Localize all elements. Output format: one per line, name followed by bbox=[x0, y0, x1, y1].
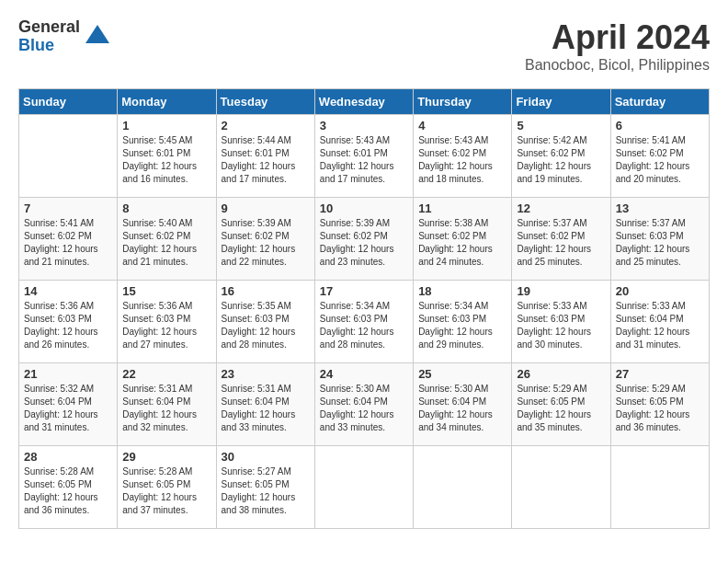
calendar-day-cell: 10Sunrise: 5:39 AMSunset: 6:02 PMDayligh… bbox=[314, 198, 413, 281]
day-number: 6 bbox=[616, 119, 704, 132]
day-info: Sunrise: 5:31 AMSunset: 6:04 PMDaylight:… bbox=[122, 383, 210, 434]
day-number: 27 bbox=[616, 367, 704, 381]
calendar-day-cell: 24Sunrise: 5:30 AMSunset: 6:04 PMDayligh… bbox=[314, 363, 413, 446]
day-info: Sunrise: 5:30 AMSunset: 6:04 PMDaylight:… bbox=[320, 383, 408, 434]
day-info: Sunrise: 5:28 AMSunset: 6:05 PMDaylight:… bbox=[24, 465, 112, 517]
day-info: Sunrise: 5:45 AMSunset: 6:01 PMDaylight:… bbox=[122, 134, 210, 186]
calendar-day-cell: 20Sunrise: 5:33 AMSunset: 6:04 PMDayligh… bbox=[610, 281, 709, 363]
calendar-day-cell: 18Sunrise: 5:34 AMSunset: 6:03 PMDayligh… bbox=[414, 281, 512, 363]
calendar-week-row: 21Sunrise: 5:32 AMSunset: 6:04 PMDayligh… bbox=[19, 363, 710, 446]
day-number: 5 bbox=[517, 119, 605, 132]
day-number: 10 bbox=[320, 201, 408, 215]
day-info: Sunrise: 5:40 AMSunset: 6:02 PMDaylight:… bbox=[122, 217, 210, 269]
calendar-day-cell: 4Sunrise: 5:43 AMSunset: 6:02 PMDaylight… bbox=[414, 115, 512, 198]
calendar-day-cell: 7Sunrise: 5:41 AMSunset: 6:02 PMDaylight… bbox=[19, 198, 118, 281]
day-info: Sunrise: 5:36 AMSunset: 6:03 PMDaylight:… bbox=[24, 300, 112, 351]
day-number: 25 bbox=[418, 367, 506, 381]
calendar-day-cell: 6Sunrise: 5:41 AMSunset: 6:02 PMDaylight… bbox=[610, 115, 709, 198]
day-info: Sunrise: 5:41 AMSunset: 6:02 PMDaylight:… bbox=[616, 134, 704, 186]
calendar-header-friday: Friday bbox=[512, 89, 610, 115]
calendar-day-cell: 3Sunrise: 5:43 AMSunset: 6:01 PMDaylight… bbox=[314, 115, 413, 198]
calendar-day-cell: 15Sunrise: 5:36 AMSunset: 6:03 PMDayligh… bbox=[118, 281, 216, 363]
calendar-header-thursday: Thursday bbox=[414, 89, 512, 115]
day-number: 9 bbox=[222, 201, 310, 215]
day-number: 28 bbox=[24, 450, 112, 464]
calendar-day-cell: 27Sunrise: 5:29 AMSunset: 6:05 PMDayligh… bbox=[610, 363, 709, 446]
day-number: 18 bbox=[418, 284, 506, 298]
page-header: General Blue April 2024 Banocboc, Bicol,… bbox=[18, 18, 710, 74]
calendar-day-cell: 9Sunrise: 5:39 AMSunset: 6:02 PMDaylight… bbox=[216, 198, 314, 281]
day-number: 19 bbox=[517, 284, 605, 298]
day-number: 16 bbox=[222, 284, 310, 298]
day-number: 17 bbox=[320, 284, 408, 298]
day-number: 30 bbox=[222, 450, 310, 464]
calendar-day-cell: 16Sunrise: 5:35 AMSunset: 6:03 PMDayligh… bbox=[216, 281, 314, 363]
calendar-day-cell: 1Sunrise: 5:45 AMSunset: 6:01 PMDaylight… bbox=[118, 115, 216, 198]
calendar-day-cell: 30Sunrise: 5:27 AMSunset: 6:05 PMDayligh… bbox=[216, 446, 314, 529]
day-number: 15 bbox=[122, 284, 210, 298]
calendar-day-cell: 5Sunrise: 5:42 AMSunset: 6:02 PMDaylight… bbox=[512, 115, 610, 198]
day-info: Sunrise: 5:30 AMSunset: 6:04 PMDaylight:… bbox=[418, 383, 506, 434]
day-number: 21 bbox=[24, 367, 112, 381]
day-number: 8 bbox=[122, 201, 210, 215]
day-number: 13 bbox=[616, 201, 704, 215]
calendar-week-row: 14Sunrise: 5:36 AMSunset: 6:03 PMDayligh… bbox=[19, 281, 710, 363]
day-info: Sunrise: 5:39 AMSunset: 6:02 PMDaylight:… bbox=[320, 217, 408, 269]
day-info: Sunrise: 5:33 AMSunset: 6:03 PMDaylight:… bbox=[517, 300, 605, 351]
calendar-day-cell: 14Sunrise: 5:36 AMSunset: 6:03 PMDayligh… bbox=[19, 281, 118, 363]
calendar-day-cell: 19Sunrise: 5:33 AMSunset: 6:03 PMDayligh… bbox=[512, 281, 610, 363]
calendar-header-sunday: Sunday bbox=[19, 89, 118, 115]
day-number: 11 bbox=[418, 201, 506, 215]
calendar-day-cell bbox=[19, 115, 118, 198]
day-number: 3 bbox=[320, 119, 408, 132]
day-info: Sunrise: 5:43 AMSunset: 6:01 PMDaylight:… bbox=[320, 134, 408, 186]
day-number: 4 bbox=[418, 119, 506, 132]
day-number: 26 bbox=[517, 367, 605, 381]
day-info: Sunrise: 5:29 AMSunset: 6:05 PMDaylight:… bbox=[517, 383, 605, 434]
calendar-week-row: 28Sunrise: 5:28 AMSunset: 6:05 PMDayligh… bbox=[19, 446, 710, 529]
location-title: Banocboc, Bicol, Philippines bbox=[525, 57, 710, 74]
day-number: 7 bbox=[24, 201, 112, 215]
calendar-header-tuesday: Tuesday bbox=[216, 89, 314, 115]
day-number: 22 bbox=[122, 367, 210, 381]
month-title: April 2024 bbox=[525, 18, 710, 57]
day-info: Sunrise: 5:35 AMSunset: 6:03 PMDaylight:… bbox=[222, 300, 310, 351]
day-info: Sunrise: 5:42 AMSunset: 6:02 PMDaylight:… bbox=[517, 134, 605, 186]
day-info: Sunrise: 5:36 AMSunset: 6:03 PMDaylight:… bbox=[122, 300, 210, 351]
calendar-day-cell: 8Sunrise: 5:40 AMSunset: 6:02 PMDaylight… bbox=[118, 198, 216, 281]
calendar-day-cell: 22Sunrise: 5:31 AMSunset: 6:04 PMDayligh… bbox=[118, 363, 216, 446]
day-info: Sunrise: 5:31 AMSunset: 6:04 PMDaylight:… bbox=[222, 383, 310, 434]
calendar-day-cell: 12Sunrise: 5:37 AMSunset: 6:02 PMDayligh… bbox=[512, 198, 610, 281]
calendar-table: SundayMondayTuesdayWednesdayThursdayFrid… bbox=[18, 88, 710, 529]
logo-general: General bbox=[18, 18, 80, 37]
day-info: Sunrise: 5:34 AMSunset: 6:03 PMDaylight:… bbox=[320, 300, 408, 351]
calendar-day-cell: 21Sunrise: 5:32 AMSunset: 6:04 PMDayligh… bbox=[19, 363, 118, 446]
day-number: 12 bbox=[517, 201, 605, 215]
day-info: Sunrise: 5:41 AMSunset: 6:02 PMDaylight:… bbox=[24, 217, 112, 269]
logo-blue: Blue bbox=[18, 37, 80, 55]
day-number: 23 bbox=[222, 367, 310, 381]
calendar-day-cell bbox=[512, 446, 610, 529]
calendar-day-cell bbox=[314, 446, 413, 529]
day-info: Sunrise: 5:27 AMSunset: 6:05 PMDaylight:… bbox=[222, 465, 310, 517]
day-number: 1 bbox=[122, 119, 210, 132]
day-info: Sunrise: 5:39 AMSunset: 6:02 PMDaylight:… bbox=[222, 217, 310, 269]
calendar-header-row: SundayMondayTuesdayWednesdayThursdayFrid… bbox=[19, 89, 710, 115]
calendar-day-cell: 13Sunrise: 5:37 AMSunset: 6:03 PMDayligh… bbox=[610, 198, 709, 281]
calendar-day-cell: 2Sunrise: 5:44 AMSunset: 6:01 PMDaylight… bbox=[216, 115, 314, 198]
day-number: 2 bbox=[222, 119, 310, 132]
logo-icon bbox=[84, 23, 111, 51]
day-info: Sunrise: 5:43 AMSunset: 6:02 PMDaylight:… bbox=[418, 134, 506, 186]
calendar-day-cell: 28Sunrise: 5:28 AMSunset: 6:05 PMDayligh… bbox=[19, 446, 118, 529]
calendar-day-cell: 17Sunrise: 5:34 AMSunset: 6:03 PMDayligh… bbox=[314, 281, 413, 363]
title-area: April 2024 Banocboc, Bicol, Philippines bbox=[525, 18, 710, 74]
calendar-day-cell: 25Sunrise: 5:30 AMSunset: 6:04 PMDayligh… bbox=[414, 363, 512, 446]
day-info: Sunrise: 5:34 AMSunset: 6:03 PMDaylight:… bbox=[418, 300, 506, 351]
day-info: Sunrise: 5:38 AMSunset: 6:02 PMDaylight:… bbox=[418, 217, 506, 269]
day-info: Sunrise: 5:37 AMSunset: 6:02 PMDaylight:… bbox=[517, 217, 605, 269]
logo: General Blue bbox=[18, 18, 111, 55]
day-info: Sunrise: 5:44 AMSunset: 6:01 PMDaylight:… bbox=[222, 134, 310, 186]
day-info: Sunrise: 5:37 AMSunset: 6:03 PMDaylight:… bbox=[616, 217, 704, 269]
calendar-day-cell bbox=[610, 446, 709, 529]
svg-marker-0 bbox=[85, 25, 109, 43]
